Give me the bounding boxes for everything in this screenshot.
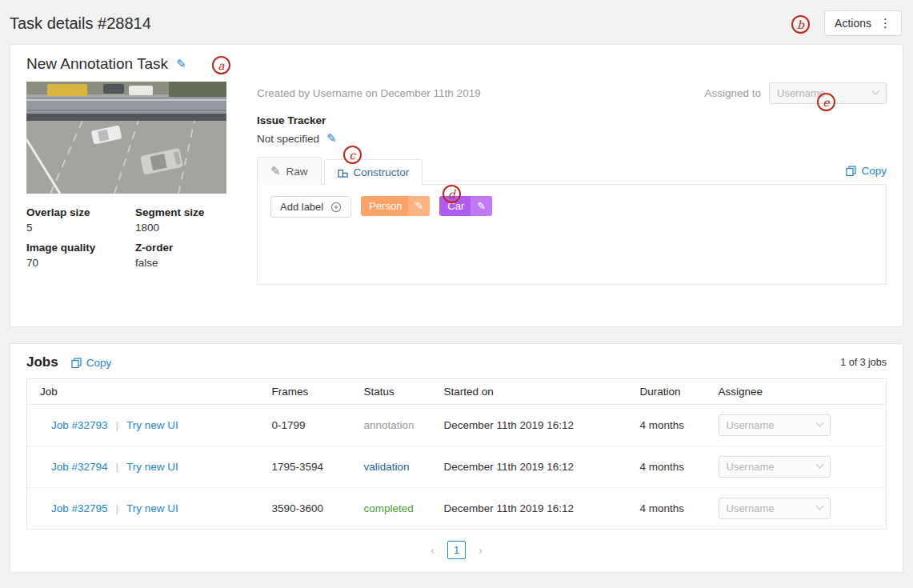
try-new-ui-link[interactable]: Try new UI [126,502,178,514]
callout-d: d [442,185,461,203]
label-tag-person[interactable]: Person ✎ [361,196,430,216]
callout-c: c [343,146,362,164]
created-by-text: Created by Username on December 11th 201… [257,87,481,99]
job-row: Job #32793|Try new UI 0-1799 annotation … [27,405,887,446]
edit-issue-tracker-icon[interactable]: ✎ [326,131,337,146]
label-tag-text: Person [361,196,408,216]
street-scene-graphic [26,82,226,194]
param-label: Overlap size [26,206,135,218]
tab-raw-label: Raw [286,166,308,178]
param-label: Image quality [26,242,135,254]
job-assignee-value: Username [727,419,775,431]
job-link[interactable]: Job #32795 [51,502,108,514]
pagination-next[interactable]: › [479,543,483,557]
job-status: completed [364,502,414,514]
assigned-to-label: Assigned to [704,87,761,99]
param-label: Z-order [135,242,226,254]
param-label: Segment size [135,206,226,218]
add-label-text: Add label [280,201,323,213]
job-link[interactable]: Job #32793 [51,419,108,431]
job-assignee-select[interactable]: Username [719,498,831,519]
job-started-on: December 11th 2019 16:12 [438,446,634,488]
param-segment-size: Segment size 1800 [135,206,226,234]
jobs-pagination: ‹ 1 › [26,541,887,559]
job-assignee-value: Username [727,502,775,514]
job-status: annotation [364,419,414,431]
tab-constructor-label: Constructor [354,166,410,178]
jobs-title: Jobs [26,354,58,370]
actions-button[interactable]: Actions ⋮ [824,10,902,36]
jobs-card: Jobs Copy 1 of 3 jobs Job Frames Status … [10,343,903,573]
chevron-down-icon [815,419,823,427]
copy-jobs-button[interactable]: Copy [71,357,112,369]
job-row: Job #32794|Try new UI 1795-3594 validati… [27,446,887,488]
tab-raw[interactable]: ✎ Raw [257,157,322,185]
add-label-button[interactable]: Add label [270,196,351,218]
job-duration: 4 months [634,488,712,530]
link-separator: | [116,419,119,431]
param-value: false [135,257,226,269]
chevron-down-icon [815,461,823,469]
link-separator: | [116,461,119,473]
edit-label-icon[interactable]: ✎ [408,196,430,216]
actions-button-label: Actions [835,17,871,30]
task-body: Overlap size 5 Segment size 1800 Image q… [26,82,887,285]
labels-constructor-panel: Add label Person ✎ Car ✎ [257,184,887,285]
tab-constructor[interactable]: Constructor [324,159,423,185]
job-duration: 4 months [634,446,712,488]
job-started-on: December 11th 2019 16:12 [438,405,634,446]
job-link[interactable]: Job #32794 [51,461,108,473]
task-meta-row: Created by Username on December 11th 201… [257,82,887,104]
pagination-page-1[interactable]: 1 [447,541,466,559]
job-status: validation [364,461,410,473]
issue-tracker-block: Issue Tracker Not specified ✎ [257,114,887,146]
top-bar: Task details #28814 Actions ⋮ [0,0,913,44]
jobs-table: Job Frames Status Started on Duration As… [26,378,887,530]
column-status: Status [358,379,438,405]
chevron-down-icon [815,502,823,510]
column-started-on: Started on [438,379,634,405]
param-z-order: Z-order false [135,242,226,269]
callout-b: b [791,15,810,34]
issue-tracker-value: Not specified [257,133,319,145]
pagination-prev[interactable]: ‹ [430,543,434,557]
job-frames: 3590-3600 [266,488,358,530]
task-right-column: Created by Username on December 11th 201… [257,82,887,285]
column-job: Job [27,379,266,405]
copy-labels-label: Copy [861,165,887,177]
column-frames: Frames [266,379,358,405]
job-assignee-select[interactable]: Username [719,414,831,436]
param-image-quality: Image quality 70 [26,242,135,269]
try-new-ui-link[interactable]: Try new UI [126,419,178,431]
jobs-table-header: Job Frames Status Started on Duration As… [27,379,887,405]
copy-icon [846,166,856,176]
jobs-header: Jobs Copy 1 of 3 jobs [26,354,887,370]
plus-circle-icon [330,202,342,213]
param-value: 70 [26,257,135,269]
issue-tracker-label: Issue Tracker [257,114,887,126]
callout-a: a [212,56,230,74]
try-new-ui-link[interactable]: Try new UI [126,461,178,473]
param-overlap-size: Overlap size 5 [26,206,135,234]
copy-icon [71,358,82,368]
job-assignee-select[interactable]: Username [719,456,831,478]
job-duration: 4 months [634,405,712,446]
job-frames: 1795-3594 [266,446,358,488]
constructor-build-icon [338,167,348,178]
more-vertical-icon: ⋮ [879,16,891,30]
task-name-row: New Annotation Task ✎ [26,55,887,73]
param-value: 5 [26,222,135,234]
callout-e: e [817,93,835,111]
column-assignee: Assignee [712,379,887,405]
column-duration: Duration [634,379,712,405]
edit-task-name-icon[interactable]: ✎ [176,57,186,71]
copy-labels-button[interactable]: Copy [846,165,887,177]
assigned-to-group: Assigned to Username [704,82,887,104]
job-row: Job #32795|Try new UI 3590-3600 complete… [27,488,887,530]
link-separator: | [116,502,119,514]
task-parameters: Overlap size 5 Segment size 1800 Image q… [26,206,226,269]
page-title: Task details #28814 [10,14,151,33]
job-started-on: December 11th 2019 16:12 [438,488,634,530]
edit-label-icon[interactable]: ✎ [471,196,492,216]
job-frames: 0-1799 [266,405,358,446]
